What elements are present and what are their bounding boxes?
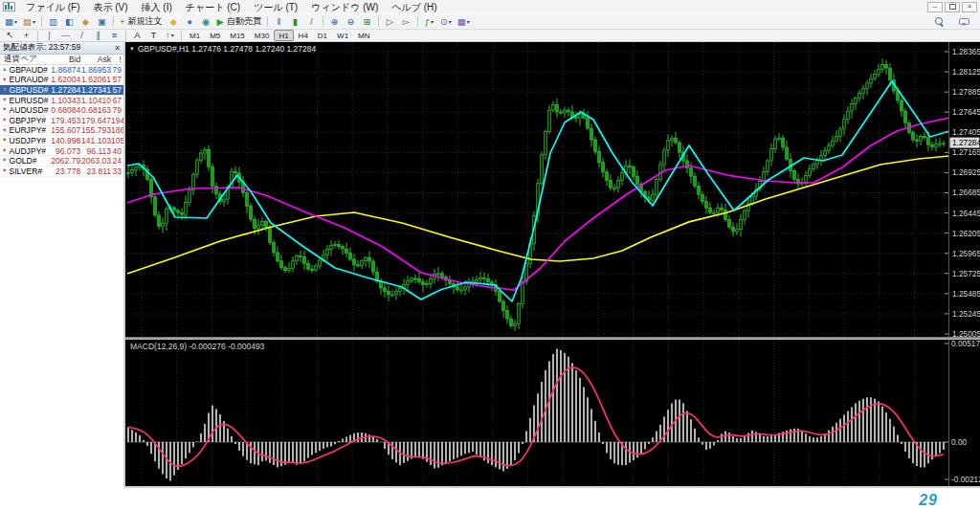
templates-button[interactable]: ▦▾ [455, 15, 473, 29]
auto-scroll-button[interactable]: ▷ [382, 15, 398, 29]
symbol-row-euraud[interactable]: ▼EURAUD#1.620041.6206157 [0, 76, 123, 86]
trendline-button[interactable]: / [74, 29, 90, 42]
chart-line-button[interactable]: / [303, 15, 320, 29]
symbol-row-audjpy[interactable]: ▼AUDJPY#96.07396.11340 [0, 146, 123, 157]
chart-bars-button[interactable]: ‖ [271, 15, 287, 29]
channel-button[interactable]: ∥ [90, 29, 106, 42]
symbol-row-gbpusd[interactable]: ▼GBPUSD#1.272841.2734157 [0, 85, 123, 96]
chat-icon [959, 18, 969, 25]
candle-body [158, 215, 161, 227]
data-window-button[interactable]: ◧ [61, 15, 78, 29]
column-header-1[interactable]: Bid [50, 55, 81, 64]
menu-item-6[interactable]: ヘルプ (H) [385, 2, 443, 12]
website-button[interactable]: ◉ [198, 15, 214, 29]
macd-chart[interactable]: 0.0051730.00-0.002121MACD(12,26,9) -0.00… [125, 340, 980, 486]
symbol-row-audusd[interactable]: ▼AUDUSD#0.680840.6816379 [0, 105, 123, 116]
menu-item-0[interactable]: ファイル (F) [19, 2, 86, 12]
text-button[interactable]: A [129, 29, 145, 42]
symbol-cell: ▼EURJPY# [0, 125, 50, 135]
chart-shift-button[interactable]: ▻ [398, 15, 414, 29]
timeframe-m15-button[interactable]: M15 [225, 30, 250, 41]
zoom-out-button[interactable]: ⊖ [343, 15, 359, 29]
chart-window[interactable]: 1.283651.281251.278851.276451.274051.271… [125, 42, 980, 488]
search-button[interactable] [931, 15, 947, 29]
label-button[interactable]: T [145, 29, 162, 42]
ask-cell: 1.10410 [80, 96, 111, 105]
minimize-button[interactable]: – [927, 2, 943, 12]
candle-body [502, 301, 505, 310]
navigator-button[interactable]: ◆ [78, 15, 94, 29]
menu-item-4[interactable]: ツール (T) [247, 2, 304, 12]
price-axis-label: 1.26925 [952, 167, 980, 177]
terminal-button[interactable]: ▣ [94, 15, 110, 29]
restore-button[interactable] [945, 2, 960, 12]
menu-item-5[interactable]: ウィンドウ (W) [304, 2, 385, 12]
price-axis-label: 1.28125 [952, 67, 980, 77]
vertical-line-button[interactable]: | [41, 29, 57, 42]
price-chart[interactable]: 1.283651.281251.278851.276451.274051.271… [125, 42, 980, 337]
metaeditor-button[interactable]: ◆ [166, 15, 182, 29]
fibonacci-button[interactable]: ≡ [106, 29, 122, 42]
arrows-button[interactable]: ↑▾ [162, 29, 178, 42]
symbol-row-eurusd[interactable]: ▼EURUSD#1.103431.1041067 [0, 96, 123, 106]
chat-button[interactable] [956, 15, 972, 29]
timeframe-mn-button[interactable]: MN [353, 30, 374, 41]
symbol-row-gbpjpy[interactable]: ▼GBPJPY#179.453179.647194 [0, 116, 123, 126]
market-watch-button[interactable]: ▥ [45, 15, 61, 29]
column-header-2[interactable]: Ask [80, 55, 111, 64]
cursor-icon: ↖ [7, 31, 14, 40]
menu-item-1[interactable]: 表示 (V) [86, 2, 134, 12]
candle-body [357, 265, 360, 266]
cursor-button[interactable]: ↖ [2, 29, 18, 42]
crosshair-button[interactable]: + [18, 29, 34, 42]
profiles-icon: ▤ [23, 17, 32, 27]
autotrading-button[interactable]: ▶自動売買 [214, 15, 264, 29]
timeframe-m1-button[interactable]: M1 [185, 30, 205, 41]
price-axis-label: 1.28365 [952, 47, 980, 56]
symbol-row-eurjpy[interactable]: ▼EURJPY#155.607155.793186 [0, 126, 123, 137]
horizontal-line-button[interactable]: — [57, 29, 74, 42]
market-watch-rows: ▲GBPAUD#1.868741.8695379▼EURAUD#1.620041… [0, 65, 123, 488]
candle-body [590, 128, 593, 140]
ask-cell: 179.647 [80, 116, 111, 125]
column-header-3[interactable]: ! [111, 55, 123, 64]
timeframe-m5-button[interactable]: M5 [205, 30, 225, 41]
timeframe-m30-button[interactable]: M30 [250, 30, 275, 41]
chart-bottom-edge [125, 486, 980, 488]
symbol-cell: ▼GOLD# [0, 156, 50, 166]
new-order-button[interactable]: +新規注文 [117, 15, 166, 29]
candle-body [476, 279, 479, 281]
indicators-button[interactable]: ƒ▾ [421, 15, 437, 29]
periods-button[interactable]: ⊙▾ [437, 15, 455, 29]
profiles-button[interactable]: ▤▾ [20, 15, 38, 29]
community-button[interactable]: ● [182, 15, 198, 29]
candle-body [273, 242, 276, 253]
chart-candles-button[interactable]: ▮ [287, 15, 303, 29]
window-controls: – × [927, 2, 980, 12]
timeframe-h1-button[interactable]: H1 [274, 30, 293, 41]
zoom-in-button[interactable]: ⊕ [326, 15, 343, 29]
candle-body [280, 261, 283, 268]
candle-body [460, 290, 463, 291]
symbol-row-silver[interactable]: ▼SILVER#23.77823.81133 [0, 166, 123, 177]
bid-cell: 1.86874 [50, 65, 81, 75]
timeframe-w1-button[interactable]: W1 [332, 30, 353, 41]
new-chart-button[interactable]: ▦▾ [2, 15, 20, 29]
symbol-row-gbpaud[interactable]: ▲GBPAUD#1.868741.8695379 [0, 65, 123, 76]
candle-body [698, 186, 701, 194]
symbol-row-gold[interactable]: ▼GOLD#2062.792063.0324 [0, 156, 123, 166]
symbol-row-usdjpy[interactable]: ▼USDJPY#140.998141.103105 [0, 136, 123, 146]
close-button[interactable]: × [962, 2, 977, 12]
subwindow-collapse-icon[interactable]: ▼ [129, 46, 135, 52]
price-axis-label: 1.25725 [952, 269, 980, 278]
column-header-0[interactable]: 通貨ペア [0, 54, 50, 65]
timeframe-h4-button[interactable]: H4 [294, 30, 313, 41]
toolbar-main: ▦▾▤▾▥◧◆▣+新規注文◆●◉▶自動売買‖▮/⊕⊖⊞▷▻ƒ▾⊙▾▦▾ [0, 13, 980, 29]
timeframe-d1-button[interactable]: D1 [313, 30, 332, 41]
menu-item-2[interactable]: 挿入 (I) [135, 2, 179, 12]
tile-windows-button[interactable]: ⊞ [359, 15, 375, 29]
market-watch-close-icon[interactable]: ✕ [114, 44, 121, 53]
menu-item-3[interactable]: チャート (C) [179, 2, 247, 12]
candle-body [679, 143, 681, 152]
arrow-down-icon: ▼ [2, 87, 7, 93]
